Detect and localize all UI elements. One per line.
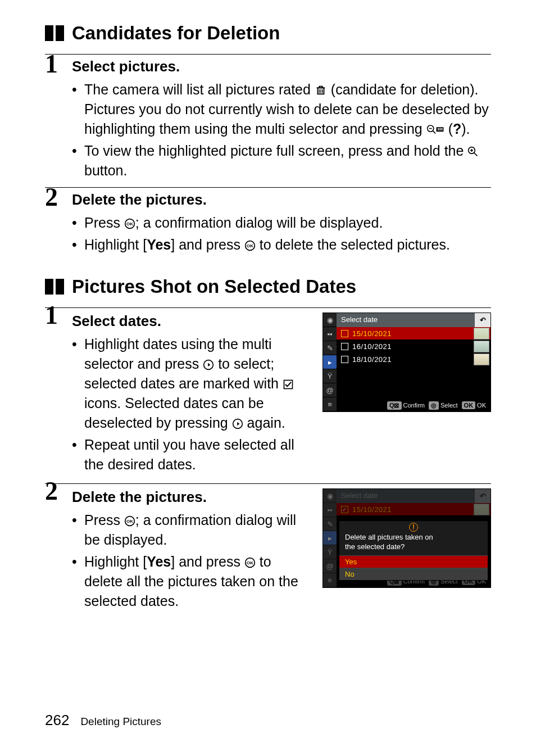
ok-icon: OK <box>124 512 135 528</box>
tab-setup-icon: Ÿ <box>323 545 337 559</box>
bullet-item: Repeat until you have selected all the d… <box>72 435 312 474</box>
svg-rect-9 <box>439 128 440 129</box>
section-title-b: Pictures Shot on Selected Dates <box>72 276 356 297</box>
date-text: 15/10/2021 <box>352 329 474 338</box>
section-heading-dates: Pictures Shot on Selected Dates <box>45 276 491 297</box>
divider <box>45 307 491 308</box>
sectionA-step2: 2 Delete the pictures. Press OK; a confi… <box>45 191 491 255</box>
page-number: 262 <box>45 712 69 729</box>
checkbox-icon <box>337 343 352 350</box>
bullet-item: Press OK; a confirmation dialog will be … <box>72 510 312 550</box>
sectionB-step1: 1 Select dates. Highlight dates using th… <box>45 309 491 477</box>
checkbox-icon: ✓ <box>337 506 352 513</box>
svg-rect-8 <box>438 128 439 129</box>
tab-setup-icon: Ÿ <box>323 369 337 383</box>
bullet-item: Press OK; a confirmation dialog will be … <box>72 213 491 233</box>
back-icon: ↶ <box>475 313 490 327</box>
date-list: ✓15/10/2021 <box>337 503 490 516</box>
tab-network-icon: @ <box>323 559 337 573</box>
svg-rect-12 <box>439 129 440 130</box>
ok-icon: OK <box>244 237 256 252</box>
svg-rect-10 <box>441 128 442 129</box>
date-list: 15/10/202116/10/202118/10/2021 <box>337 327 490 366</box>
camera-screen-select-date: ◉ ▪▪ ✎ ▸ Ÿ @ ≡ Select date ↶ 15/10/20211 <box>322 313 491 412</box>
step-title: Delete the pictures. <box>72 191 491 209</box>
step-title: Delete the pictures. <box>72 488 312 506</box>
svg-line-15 <box>474 153 478 156</box>
bullet-list: Press OK; a confirmation dialog will be … <box>72 510 312 611</box>
sectionA-step1: 1 Select pictures. The camera will list … <box>45 58 491 180</box>
right-icon <box>203 356 214 372</box>
bullet-item: Highlight [Yes] and press OK to delete a… <box>72 552 312 611</box>
date-text: 15/10/2021 <box>352 505 474 514</box>
qplus-icon <box>467 143 479 159</box>
date-row: 18/10/2021 <box>337 353 490 366</box>
checkbox-icon <box>337 356 352 363</box>
ok-icon: OK <box>124 215 135 230</box>
footer-title: Deleting Pictures <box>80 716 161 728</box>
divider <box>45 187 491 188</box>
svg-text:OK: OK <box>126 221 133 227</box>
date-row: 15/10/2021 <box>337 327 490 340</box>
date-text: 18/10/2021 <box>352 355 474 364</box>
tab-video-icon: ▪▪ <box>323 327 337 341</box>
thumbnail <box>474 504 489 515</box>
tab-camera-icon: ◉ <box>323 489 337 503</box>
thumbnail <box>474 341 489 352</box>
ok-icon: OK <box>244 554 256 569</box>
back-icon: ↶ <box>475 489 490 503</box>
tab-playback-icon: ▸ <box>323 531 337 545</box>
alert-icon: ! <box>339 521 488 532</box>
step-number: 2 <box>45 478 58 504</box>
tab-camera-icon: ◉ <box>323 313 337 327</box>
date-row: ✓15/10/2021 <box>337 503 490 516</box>
divider <box>45 54 491 55</box>
section-heading-candidates: Candidates for Deletion <box>45 22 491 44</box>
heading-prefix-icon <box>45 25 64 41</box>
step-number: 1 <box>45 51 58 77</box>
tab-mymenu-icon: ≡ <box>323 573 337 587</box>
qminus-icon <box>426 121 444 137</box>
confirm-dialog: ! Delete all pictures taken on the selec… <box>339 520 488 581</box>
tab-pencil-icon: ✎ <box>323 341 337 355</box>
svg-rect-7 <box>436 127 443 132</box>
date-text: 16/10/2021 <box>352 342 474 351</box>
step-number: 2 <box>45 184 58 210</box>
bullet-list: Highlight dates using the multi selector… <box>72 334 312 474</box>
heading-prefix-icon <box>45 279 64 295</box>
date-row: 16/10/2021 <box>337 340 490 353</box>
trash-candidate-icon <box>315 82 327 97</box>
page-footer: 262 Deleting Pictures <box>45 712 161 729</box>
tab-mymenu-icon: ≡ <box>323 397 337 411</box>
bullet-item: The camera will list all pictures rated … <box>72 80 491 139</box>
svg-text:OK: OK <box>247 560 253 565</box>
screen-footer: Q⊠Confirm◎SelectOKOK <box>337 399 490 411</box>
tab-network-icon: @ <box>323 383 337 397</box>
footer-tag: OK <box>462 401 476 409</box>
right-icon <box>232 415 243 431</box>
bullet-list: Press OK; a confirmation dialog will be … <box>72 213 491 255</box>
tab-playback-icon: ▸ <box>323 355 337 369</box>
camera-left-tabs: ◉ ▪▪ ✎ ▸ Ÿ @ ≡ <box>323 313 337 411</box>
bullet-list: The camera will list all pictures rated … <box>72 80 491 180</box>
footer-label: Select <box>440 402 458 409</box>
thumbnail <box>474 354 489 365</box>
sectionB-step2: 2 Delete the pictures. Press OK; a confi… <box>45 485 491 613</box>
bullet-item: Highlight dates using the multi selector… <box>72 334 312 433</box>
dialog-option-yes: Yes <box>339 555 488 568</box>
checkbox-icon <box>283 375 294 391</box>
svg-text:OK: OK <box>126 519 133 524</box>
svg-rect-13 <box>441 129 442 130</box>
section-title-a: Candidates for Deletion <box>72 22 280 44</box>
bullet-item: To view the highlighted picture full scr… <box>72 141 491 180</box>
svg-text:OK: OK <box>247 243 253 248</box>
checkbox-icon <box>337 330 352 337</box>
dialog-message: Delete all pictures taken on the selecte… <box>339 532 488 555</box>
footer-label: OK <box>477 402 486 409</box>
footer-label: Confirm <box>403 402 425 409</box>
step-title: Select pictures. <box>72 58 491 75</box>
camera-screen-confirm-dialog: ◉ ▪▪ ✎ ▸ Ÿ @ ≡ Select date ↶ ✓15/10/2021 <box>322 488 491 588</box>
tab-pencil-icon: ✎ <box>323 517 337 531</box>
step-title: Select dates. <box>72 313 312 330</box>
screen-title: Select date <box>337 489 475 503</box>
